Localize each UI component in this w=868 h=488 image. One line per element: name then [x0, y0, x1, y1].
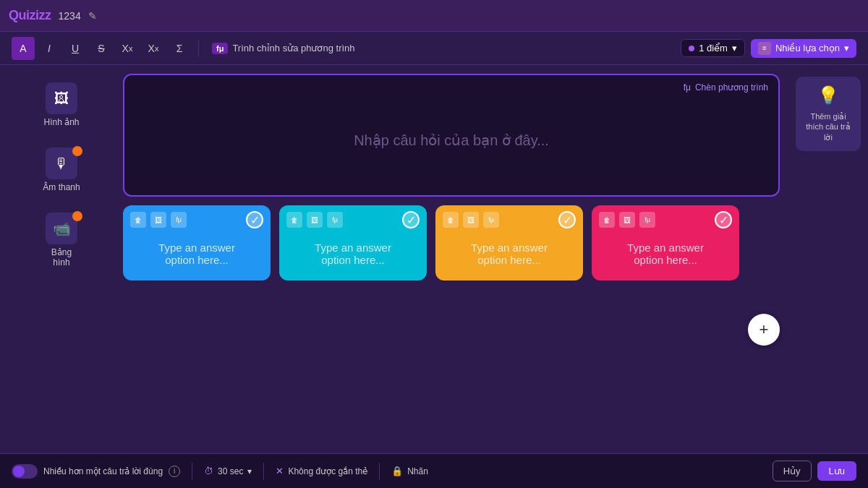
answer-1-image-icon[interactable]: 🖼 — [150, 212, 166, 228]
timer-label: 30 sec — [218, 466, 243, 476]
toolbar-right: 1 điểm ▾ ≡ Nhiều lựa chọn ▾ — [681, 39, 856, 58]
image-icon: 🖼 — [46, 82, 77, 114]
logo: Quizizz — [9, 8, 51, 23]
toolbar-italic-btn[interactable]: I — [38, 37, 61, 60]
video-label: Bảng hình — [42, 247, 81, 267]
multiple-answers-label: Nhiều hơn một câu trả lời đúng — [43, 466, 163, 476]
answer-3-formula-icon[interactable]: fμ — [483, 212, 499, 228]
answer-card-4-toolbar: 🗑 🖼 fμ ✓ — [592, 205, 739, 234]
bottom-sep-2 — [263, 463, 264, 480]
formula-icon: fμ — [212, 43, 228, 54]
insert-formula-text: Chèn phương trình — [695, 82, 768, 93]
answer-2-formula-icon[interactable]: fμ — [327, 212, 343, 228]
toolbar-text-btn[interactable]: A — [12, 37, 35, 60]
answer-card-2-toolbar: 🗑 🖼 fμ ✓ — [279, 205, 427, 234]
timer-item[interactable]: ⏱ 30 sec ▾ — [204, 466, 252, 476]
answers-outer: 🗑 🖼 fμ ✓ Type an answeroption here... 🗑 … — [123, 205, 739, 453]
timer-icon: ⏱ — [204, 466, 213, 476]
answer-4-check[interactable]: ✓ — [715, 211, 732, 228]
no-tag-icon: ✕ — [276, 466, 284, 476]
timer-chevron: ▾ — [247, 466, 252, 476]
answer-card-3: 🗑 🖼 fμ ✓ Type an answeroption here... — [435, 205, 583, 281]
points-label: 1 điểm — [699, 43, 728, 53]
answers-wrapper: 🗑 🖼 fμ ✓ Type an answeroption here... 🗑 … — [123, 205, 780, 453]
answer-2-image-icon[interactable]: 🖼 — [307, 212, 323, 228]
toolbar-separator — [198, 40, 199, 57]
bottom-bar: Nhiều hơn một câu trả lời đúng i ⏱ 30 se… — [0, 453, 868, 488]
label-label: Nhãn — [407, 466, 428, 476]
no-tag-item[interactable]: ✕ Không được gắn thẻ — [276, 466, 367, 476]
question-type-btn[interactable]: ≡ Nhiều lựa chọn ▾ — [751, 39, 856, 58]
cancel-btn[interactable]: Hủy — [773, 461, 812, 481]
answer-4-formula-icon[interactable]: fμ — [639, 212, 655, 228]
multiple-answers-toggle[interactable] — [12, 464, 38, 479]
left-sidebar: 🖼 Hình ảnh 🎙 Âm thanh 📹 Bảng hình — [0, 65, 123, 453]
toolbar-strike-btn[interactable]: S — [90, 37, 113, 60]
toggle-container: Nhiều hơn một câu trả lời đúng i — [12, 464, 180, 479]
edit-icon[interactable]: ✎ — [88, 10, 97, 22]
quiz-id: 1234 — [59, 10, 81, 22]
label-lock-icon: 🔒 — [391, 466, 403, 476]
question-box-header: fμ Chèn phương trình — [124, 75, 778, 100]
answer-2-trash-icon[interactable]: 🗑 — [286, 212, 302, 228]
formula-label: fμ Trình chỉnh sửa phương trình — [212, 43, 355, 54]
toolbar-underline-btn[interactable]: U — [64, 37, 87, 60]
answer-1-trash-icon[interactable]: 🗑 — [130, 212, 146, 228]
hint-icon: 💡 — [817, 85, 839, 106]
question-type-label: Nhiều lựa chọn — [775, 43, 840, 53]
sidebar-item-image[interactable]: 🖼 Hình ảnh — [36, 77, 87, 133]
answers-grid: 🗑 🖼 fμ ✓ Type an answeroption here... 🗑 … — [123, 205, 739, 281]
video-badge — [72, 211, 82, 221]
answer-3-image-icon[interactable]: 🖼 — [463, 212, 479, 228]
add-option-btn[interactable]: + — [748, 314, 780, 346]
toolbar-subscript-btn[interactable]: Xx — [142, 37, 165, 60]
answer-4-image-icon[interactable]: 🖼 — [619, 212, 635, 228]
answer-3-check[interactable]: ✓ — [558, 211, 576, 228]
info-icon[interactable]: i — [169, 466, 180, 477]
toolbar: A I U S Xx Xx Σ fμ Trình chỉnh sửa phươn… — [0, 32, 868, 65]
answer-3-placeholder[interactable]: Type an answeroption here... — [435, 234, 583, 281]
answer-4-placeholder[interactable]: Type an answeroption here... — [592, 234, 739, 281]
answer-1-check[interactable]: ✓ — [246, 211, 263, 228]
bottom-right: Hủy Lưu — [773, 461, 856, 481]
sidebar-item-video[interactable]: 📹 Bảng hình — [36, 207, 87, 273]
label-item[interactable]: 🔒 Nhãn — [391, 466, 428, 476]
main-content: 🖼 Hình ảnh 🎙 Âm thanh 📹 Bảng hình fμ Chè… — [0, 65, 868, 453]
points-select[interactable]: 1 điểm ▾ — [681, 39, 745, 57]
bottom-sep-1 — [192, 463, 192, 480]
hint-card[interactable]: 💡 Thêm giải thích câu trả lời — [796, 77, 861, 151]
save-btn[interactable]: Lưu — [817, 461, 856, 481]
answer-card-4: 🗑 🖼 fμ ✓ Type an answeroption here... — [592, 205, 739, 281]
answer-card-1: 🗑 🖼 fμ ✓ Type an answeroption here... — [123, 205, 271, 281]
answer-card-2: 🗑 🖼 fμ ✓ Type an answeroption here... — [279, 205, 427, 281]
answer-card-1-toolbar: 🗑 🖼 fμ ✓ — [123, 205, 271, 234]
answer-1-formula-icon[interactable]: fμ — [171, 212, 187, 228]
sidebar-item-audio[interactable]: 🎙 Âm thanh — [36, 142, 87, 198]
answer-4-trash-icon[interactable]: 🗑 — [599, 212, 615, 228]
question-area: fμ Chèn phương trình Nhập câu hỏi của bạ… — [123, 65, 788, 453]
toolbar-superscript-btn[interactable]: Xx — [116, 37, 139, 60]
question-type-icon: ≡ — [758, 42, 771, 55]
answer-3-trash-icon[interactable]: 🗑 — [443, 212, 459, 228]
answer-1-placeholder[interactable]: Type an answeroption here... — [123, 234, 271, 281]
no-tag-label: Không được gắn thẻ — [288, 466, 367, 476]
image-label: Hình ảnh — [43, 117, 79, 127]
hint-text: Thêm giải thích câu trả lời — [804, 111, 852, 142]
bottom-sep-3 — [379, 463, 380, 480]
question-placeholder[interactable]: Nhập câu hỏi của bạn ở đây... — [124, 100, 778, 195]
answer-card-3-toolbar: 🗑 🖼 fμ ✓ — [435, 205, 583, 234]
points-dot — [689, 46, 694, 51]
formula-text: Trình chỉnh sửa phương trình — [232, 43, 354, 53]
answer-2-placeholder[interactable]: Type an answeroption here... — [279, 234, 427, 281]
question-box[interactable]: fμ Chèn phương trình Nhập câu hỏi của bạ… — [123, 74, 780, 197]
audio-badge — [72, 146, 82, 156]
toggle-knob — [13, 466, 25, 477]
toolbar-sigma-btn[interactable]: Σ — [168, 37, 191, 60]
top-nav: Quizizz 1234 ✎ — [0, 0, 868, 32]
audio-label: Âm thanh — [43, 182, 80, 192]
points-chevron: ▾ — [732, 43, 737, 53]
insert-formula-btn[interactable]: fμ Chèn phương trình — [684, 82, 768, 93]
answer-2-check[interactable]: ✓ — [402, 211, 420, 228]
question-type-chevron: ▾ — [844, 43, 849, 53]
right-panel: 💡 Thêm giải thích câu trả lời — [788, 65, 868, 453]
